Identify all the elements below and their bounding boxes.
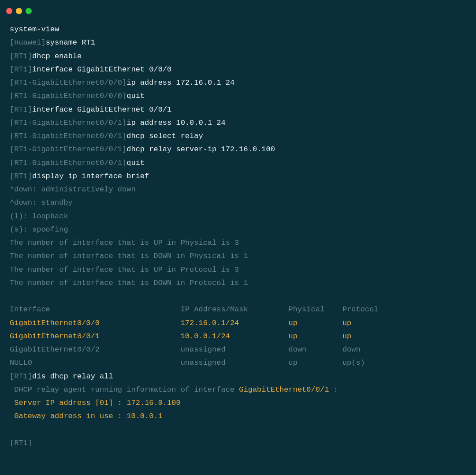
output-text: Server IP address [01] : 172.16.0.100 xyxy=(10,396,466,410)
table-row: GigabitEthernet0/0/0 172.16.0.1/24 up up xyxy=(10,317,466,330)
output-text: *down: administratively down xyxy=(10,183,466,196)
output-text: : xyxy=(334,385,338,394)
prompt: [RT1] xyxy=(10,172,32,180)
output-text: Gateway address in use : 10.0.0.1 xyxy=(10,410,466,423)
output-text: (s): spoofing xyxy=(10,223,466,236)
prompt: [RT1-GigabitEthernet0/0/1] xyxy=(10,159,126,167)
command-text: quit xyxy=(126,92,145,100)
command-text: dhcp select relay xyxy=(126,132,203,140)
output-text: ^down: standby xyxy=(10,196,466,209)
command-text: system-view xyxy=(10,25,59,34)
titlebar xyxy=(0,0,476,20)
prompt: [RT1] xyxy=(10,372,32,381)
interface-name: GigabitEthernet0/0/1 xyxy=(239,385,333,394)
prompt: [Huawei] xyxy=(10,38,46,47)
table-row: Interface IP Address/Mask Physical Proto… xyxy=(10,303,466,316)
command-text: ip address 172.16.0.1 24 xyxy=(126,79,234,87)
prompt: [RT1-GigabitEthernet0/0/0] xyxy=(10,92,126,100)
command-text: dhcp enable xyxy=(32,52,82,60)
prompt: [RT1-GigabitEthernet0/0/0] xyxy=(10,79,126,87)
command-text: display ip interface brief xyxy=(32,172,149,180)
minimize-icon[interactable] xyxy=(16,8,22,14)
prompt: [RT1] xyxy=(10,65,32,74)
terminal[interactable]: system-view[Huawei]sysname RT1[RT1]dhcp … xyxy=(0,20,476,453)
output-text: The number of interface that is UP in Pr… xyxy=(10,263,466,277)
maximize-icon[interactable] xyxy=(26,8,32,14)
command-text: ip address 10.0.0.1 24 xyxy=(126,119,225,127)
output-text: (l): loopback xyxy=(10,210,466,223)
prompt: [RT1-GigabitEthernet0/0/1] xyxy=(10,119,126,127)
prompt: [RT1] xyxy=(10,52,32,60)
close-icon[interactable] xyxy=(6,8,12,14)
prompt: [RT1] xyxy=(10,105,32,114)
command-text: sysname RT1 xyxy=(46,38,95,47)
command-text: quit xyxy=(126,159,145,167)
command-text: interface GigabitEthernet 0/0/1 xyxy=(32,105,171,114)
table-row: GigabitEthernet0/0/2 unassigned down dow… xyxy=(10,343,466,356)
output-text: The number of interface that is UP in Ph… xyxy=(10,236,466,250)
output-text: DHCP relay agent running information of … xyxy=(10,385,239,394)
prompt: [RT1-GigabitEthernet0/0/1] xyxy=(10,145,126,153)
command-text: interface GigabitEthernet 0/0/0 xyxy=(32,65,171,74)
output-text: The number of interface that is DOWN in … xyxy=(10,277,466,290)
command-text: dhcp relay server-ip 172.16.0.100 xyxy=(126,145,275,153)
prompt: [RT1] xyxy=(10,437,466,450)
table-row: GigabitEthernet0/0/1 10.0.0.1/24 up up xyxy=(10,330,466,343)
command-text: dis dhcp relay all xyxy=(32,372,113,381)
table-row: NULL0 unassigned up up(s) xyxy=(10,356,466,370)
prompt: [RT1-GigabitEthernet0/0/1] xyxy=(10,132,126,140)
output-text: The number of interface that is DOWN in … xyxy=(10,250,466,263)
